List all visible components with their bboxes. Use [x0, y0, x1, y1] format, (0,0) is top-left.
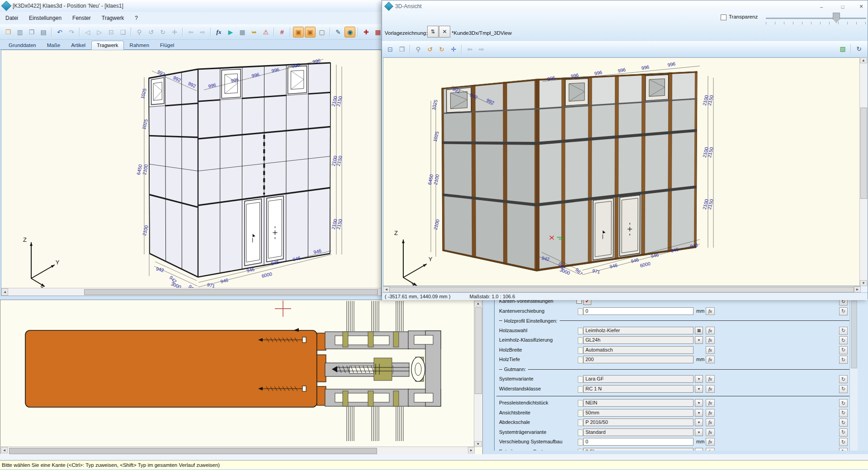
- forward-icon[interactable]: ⇨: [476, 44, 487, 55]
- holzbreite-refresh-button[interactable]: ↻: [839, 346, 848, 354]
- verschiebung-systemaufbau-refresh-button[interactable]: ↻: [839, 438, 848, 446]
- systemvariante-refresh-button[interactable]: ↻: [839, 375, 848, 383]
- fit-view-icon[interactable]: ⊡: [106, 27, 117, 38]
- copy-icon[interactable]: ❐: [26, 27, 37, 38]
- scroll-up-icon[interactable]: ▲: [860, 57, 867, 63]
- close-button[interactable]: ✕: [855, 3, 868, 10]
- frame-plain-icon[interactable]: ▢: [316, 27, 327, 38]
- scroll-left-icon[interactable]: ◄: [1, 447, 8, 453]
- 3d-vscrollbar-thumb[interactable]: [860, 108, 867, 199]
- template-clear-button[interactable]: ✕: [439, 26, 450, 38]
- ansichtsbreite-fx-button[interactable]: fx: [706, 409, 715, 417]
- kanten-voreinstellungen-checkbox[interactable]: [576, 300, 582, 304]
- holzbreite-fx-button[interactable]: fx: [706, 346, 715, 354]
- rotate-ccw-icon[interactable]: ↺: [425, 44, 435, 55]
- systemtr-gervariante-field[interactable]: Standard: [583, 428, 693, 436]
- formula-icon[interactable]: fx: [213, 27, 224, 38]
- 2d-horizontal-scrollbar[interactable]: ◄: [1, 288, 381, 296]
- tab-artikel[interactable]: Artikel: [66, 41, 90, 49]
- menu-fenster[interactable]: Fenster: [67, 14, 96, 23]
- widerstandsklasse-field[interactable]: RC 1 N: [583, 385, 693, 393]
- 2d-scrollbar-thumb[interactable]: [84, 289, 378, 295]
- holztiefe-refresh-button[interactable]: ↻: [839, 356, 848, 364]
- systemtr-gervariante-dropdown-button[interactable]: ▼: [695, 428, 703, 436]
- tab-grunddaten[interactable]: Grunddaten: [4, 41, 41, 49]
- refresh-view-icon[interactable]: ↻: [854, 43, 864, 54]
- widerstandsklasse-refresh-button[interactable]: ↻: [839, 385, 848, 393]
- kantenverschiebung-field[interactable]: 0: [583, 307, 693, 315]
- redo-icon[interactable]: ↷: [66, 27, 77, 38]
- zoom-select-icon[interactable]: ⚲: [134, 27, 145, 38]
- holzauswahl-refresh-button[interactable]: ↻: [839, 327, 848, 335]
- 3d-hscrollbar-thumb[interactable]: [389, 287, 854, 292]
- kantenverschiebung-refresh-button[interactable]: ↻: [839, 307, 848, 315]
- duplicate-view-icon[interactable]: ❏: [118, 27, 128, 38]
- grid-edit-icon[interactable]: #: [277, 27, 288, 38]
- page-next-icon[interactable]: ▷: [94, 27, 105, 38]
- kanten-voreinstellungen-refresh-button[interactable]: ↻: [839, 300, 848, 306]
- back-icon[interactable]: ⇦: [185, 27, 196, 38]
- layers-icon[interactable]: ▩: [237, 27, 248, 38]
- orbit-icon[interactable]: ↻: [436, 44, 447, 55]
- transparency-checkbox[interactable]: [721, 14, 726, 20]
- scroll-right-icon[interactable]: ►: [854, 287, 861, 292]
- ansichtsbreite-field[interactable]: 50mm: [583, 409, 693, 417]
- holzbreite-field[interactable]: Automatisch: [583, 346, 693, 354]
- holztiefe-fx-button[interactable]: fx: [706, 356, 715, 363]
- tab-rahmen[interactable]: Rahmen: [125, 41, 154, 49]
- holzauswahl-picker-button[interactable]: ▦: [695, 327, 703, 334]
- verschiebung-systemaufbau-field[interactable]: 0: [583, 438, 693, 446]
- detail-horizontal-scrollbar[interactable]: ◄ ►: [1, 446, 475, 455]
- tab-ma-e[interactable]: Maße: [42, 41, 65, 49]
- properties-scrollbar[interactable]: [849, 300, 858, 451]
- abdeckschale-field[interactable]: P 2016/50: [583, 418, 693, 426]
- systemvariante-dropdown-button[interactable]: ▼: [695, 375, 703, 383]
- pan-icon[interactable]: ✛: [448, 44, 459, 55]
- fit-view-icon[interactable]: ⊡: [385, 44, 396, 55]
- minimize-button[interactable]: –: [815, 3, 828, 10]
- detail-vertical-scrollbar[interactable]: ▲ ▼: [474, 301, 482, 447]
- leimholz-klassifizierung-field[interactable]: GL24h: [583, 336, 693, 344]
- forward-icon[interactable]: ⇨: [197, 27, 208, 38]
- entw-sserungssystem-fx-button[interactable]: fx: [706, 448, 715, 451]
- rotate-left-icon[interactable]: ↺: [146, 27, 156, 38]
- page-prev-icon[interactable]: ◁: [82, 27, 93, 38]
- open-icon[interactable]: ❒: [3, 27, 14, 38]
- undo-icon[interactable]: ↶: [54, 27, 65, 38]
- 3d-render-canvas[interactable]: 9929929929969969969969969961025102564502…: [383, 57, 861, 286]
- cross-section-detail-panel[interactable]: ▲ ▼ ◄ ►: [0, 300, 483, 456]
- abdeckschale-fx-button[interactable]: fx: [706, 418, 715, 426]
- entw-sserungssystem-field[interactable]: 3-Ebenen: [583, 448, 693, 451]
- maximize-button[interactable]: □: [836, 3, 849, 10]
- 2d-drawing-canvas[interactable]: 9929929929969969969969969961025102564502…: [1, 50, 382, 296]
- rotate-right-icon[interactable]: ↻: [157, 27, 168, 38]
- export-image-icon[interactable]: ▧: [837, 43, 848, 54]
- kanten-voreinstellungen-apply-button[interactable]: ✔: [583, 300, 591, 305]
- widerstandsklasse-fx-button[interactable]: fx: [706, 385, 715, 393]
- frame-corners-icon[interactable]: ▣: [305, 27, 316, 38]
- detail-vscrollbar-thumb[interactable]: [475, 307, 482, 394]
- transparency-slider[interactable]: [766, 18, 866, 19]
- zoom-select-icon[interactable]: ⚲: [413, 44, 424, 55]
- menu-[interactable]: ?: [129, 14, 143, 23]
- copy-view-icon[interactable]: ❐: [396, 44, 407, 55]
- back-icon[interactable]: ⇦: [464, 44, 475, 55]
- scroll-up-icon[interactable]: ▲: [474, 301, 482, 306]
- widerstandsklasse-dropdown-button[interactable]: ▼: [695, 385, 703, 393]
- systemtr-gervariante-refresh-button[interactable]: ↻: [839, 428, 848, 437]
- leimholz-klassifizierung-dropdown-button[interactable]: ▼: [695, 336, 703, 344]
- truss-cross-icon[interactable]: ✚: [361, 27, 372, 38]
- 3d-vertical-scrollbar[interactable]: ▲ ▼: [859, 57, 867, 286]
- holzauswahl-field[interactable]: Leimholz-Kiefer: [583, 327, 693, 334]
- abdeckschale-dropdown-button[interactable]: ▼: [695, 418, 703, 426]
- ansichtsbreite-refresh-button[interactable]: ↻: [839, 409, 848, 417]
- run-icon[interactable]: ▶: [225, 27, 236, 38]
- template-pick-button[interactable]: ⇅: [427, 26, 439, 38]
- visibility-icon[interactable]: ◉: [344, 27, 355, 38]
- scroll-down-icon[interactable]: ▼: [474, 441, 482, 447]
- kantenverschiebung-fx-button[interactable]: fx: [706, 307, 715, 315]
- pressleistendichtst-ck-dropdown-button[interactable]: ▼: [695, 399, 703, 407]
- pan-icon[interactable]: ✛: [169, 27, 180, 38]
- pressleistendichtst-ck-field[interactable]: NEIN: [583, 399, 693, 407]
- scroll-right-icon[interactable]: ►: [468, 447, 475, 453]
